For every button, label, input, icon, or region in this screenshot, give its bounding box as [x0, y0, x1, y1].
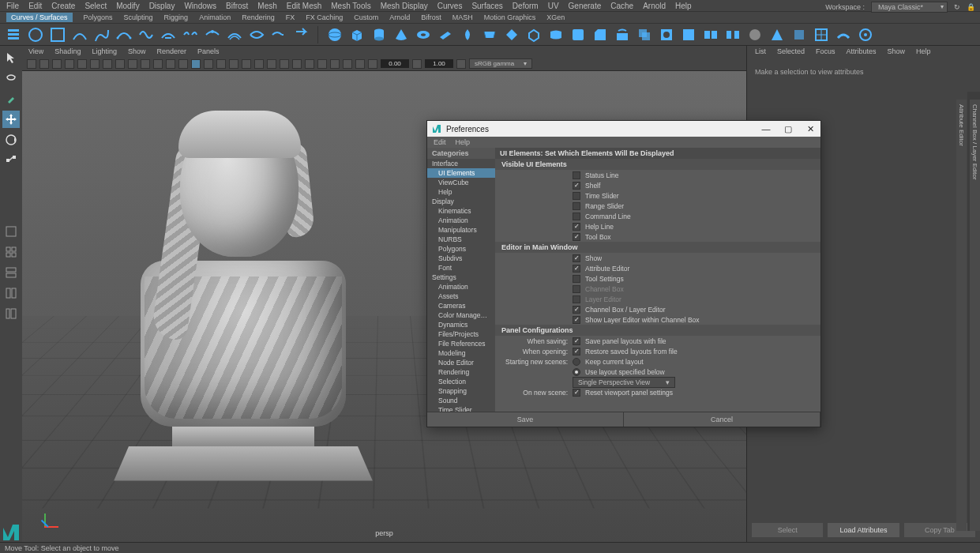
menu-windows[interactable]: Windows — [184, 2, 216, 10]
shelf-tab-rendering[interactable]: Rendering — [242, 13, 275, 21]
category-item[interactable]: Sound — [427, 396, 495, 405]
checkbox[interactable] — [573, 171, 580, 179]
checkbox[interactable] — [573, 233, 580, 241]
pt-icon[interactable] — [343, 59, 352, 69]
minimize-icon[interactable]: — — [760, 124, 772, 134]
checkbox[interactable] — [573, 265, 580, 273]
intersect-icon[interactable] — [636, 26, 653, 43]
shelf-tab-motiongraphics[interactable]: Motion Graphics — [484, 13, 536, 21]
untrim-icon[interactable] — [680, 26, 697, 43]
shelf-tab-rigging[interactable]: Rigging — [164, 13, 189, 21]
panel-menu-view[interactable]: View — [28, 47, 43, 55]
arc3pt-icon[interactable] — [115, 26, 133, 43]
sphere-icon[interactable] — [326, 26, 344, 43]
shelf-tab-arnold[interactable]: Arnold — [389, 13, 410, 21]
cancel-button[interactable]: Cancel — [624, 412, 820, 427]
side-tab-attreditor[interactable]: Attribute Editor — [956, 100, 967, 531]
pt-icon[interactable] — [115, 59, 125, 69]
shelf-menu-icon[interactable] — [5, 26, 22, 43]
checkbox[interactable] — [573, 213, 580, 220]
attr-menu-attributes[interactable]: Attributes — [847, 47, 877, 55]
cone-icon[interactable] — [392, 26, 410, 43]
pt-icon[interactable] — [456, 59, 466, 69]
pt-icon[interactable] — [103, 59, 112, 69]
menu-arnold[interactable]: Arnold — [643, 2, 666, 10]
select-tool[interactable] — [2, 49, 20, 66]
attr-menu-show[interactable]: Show — [888, 47, 906, 55]
save-button[interactable]: Save — [427, 412, 624, 427]
checkbox[interactable] — [573, 316, 580, 324]
checkbox[interactable] — [573, 202, 580, 210]
checkbox[interactable] — [573, 182, 580, 190]
insert-knot-icon[interactable] — [204, 26, 221, 43]
pt-icon[interactable] — [52, 59, 62, 69]
colorspace-dropdown[interactable]: sRGB gamma▾ — [469, 58, 532, 69]
dlg-menu-help[interactable]: Help — [456, 138, 471, 146]
menu-surfaces[interactable]: Surfaces — [471, 2, 502, 10]
keep-layout-radio[interactable] — [573, 358, 580, 366]
rotate-tool[interactable] — [2, 131, 20, 149]
shelf-tab-curves-surfaces[interactable]: Curves / Surfaces — [6, 13, 73, 22]
category-item[interactable]: Time Slider — [427, 405, 495, 412]
pt-icon-active[interactable] — [191, 59, 201, 69]
curve-icon[interactable] — [71, 26, 88, 43]
shelf-tab-xgen[interactable]: XGen — [546, 13, 565, 21]
dialog-titlebar[interactable]: Preferences — ▢ ✕ — [427, 121, 820, 137]
revolve-icon[interactable] — [459, 26, 476, 43]
pt-icon[interactable] — [292, 59, 302, 69]
detach-curve-icon[interactable] — [182, 26, 199, 43]
panel-menu-lighting[interactable]: Lighting — [92, 47, 117, 55]
menu-bifrost[interactable]: Bifrost — [226, 2, 248, 10]
category-item[interactable]: NURBS — [427, 235, 495, 244]
category-item[interactable]: Kinematics — [427, 206, 495, 216]
attr-menu-help[interactable]: Help — [916, 47, 931, 55]
category-item[interactable]: Polygons — [427, 244, 495, 254]
pt-icon[interactable] — [153, 59, 163, 69]
shelf-tab-bifrost[interactable]: Bifrost — [421, 13, 441, 21]
checkbox[interactable] — [573, 306, 580, 314]
category-item[interactable]: Assets — [427, 292, 495, 301]
dlg-menu-edit[interactable]: Edit — [434, 138, 446, 146]
attr-menu-selected[interactable]: Selected — [777, 47, 805, 55]
insert-iso-icon[interactable] — [768, 26, 786, 43]
pt-icon[interactable] — [412, 59, 422, 69]
category-item[interactable]: Snapping — [427, 386, 495, 396]
lasso-tool[interactable] — [2, 70, 20, 87]
pt-icon[interactable] — [178, 59, 188, 69]
extrude-icon[interactable] — [525, 26, 543, 43]
shelf-tab-fx[interactable]: FX — [286, 13, 295, 21]
category-item[interactable]: Settings — [427, 273, 495, 282]
extend-surf-icon[interactable] — [790, 26, 808, 43]
project-curve-icon[interactable] — [614, 26, 631, 43]
pt-icon[interactable] — [166, 59, 175, 69]
planar-icon[interactable] — [503, 26, 520, 43]
paint-select-tool[interactable] — [2, 90, 20, 107]
pt-icon[interactable] — [90, 59, 100, 69]
category-item[interactable]: Manipulators — [427, 225, 495, 235]
menu-curves[interactable]: Curves — [437, 2, 463, 10]
lock-icon[interactable]: 🔒 — [967, 3, 975, 11]
layout-two-h-icon[interactable] — [2, 264, 20, 281]
open-close-icon[interactable] — [746, 26, 764, 43]
layout-four-icon[interactable] — [2, 243, 20, 261]
pt-icon[interactable] — [280, 59, 289, 69]
close-icon[interactable]: ✕ — [805, 124, 816, 134]
use-layout-radio[interactable] — [573, 368, 580, 376]
checkbox[interactable] — [573, 275, 580, 283]
pt-icon[interactable] — [216, 59, 226, 69]
plane-icon[interactable] — [437, 26, 454, 43]
menu-modify[interactable]: Modify — [116, 2, 139, 10]
pt-icon[interactable] — [27, 59, 36, 69]
layout-two-v-icon[interactable] — [2, 284, 20, 302]
menu-generate[interactable]: Generate — [569, 2, 602, 10]
pt-icon[interactable] — [65, 59, 74, 69]
category-item[interactable]: Rendering — [427, 367, 495, 377]
panel-menu-shading[interactable]: Shading — [54, 47, 81, 55]
shelf-tab-sculpting[interactable]: Sculpting — [124, 13, 153, 21]
attach-curve-icon[interactable] — [160, 26, 177, 43]
bevel-icon[interactable] — [591, 26, 609, 43]
panel-menu-panels[interactable]: Panels — [197, 47, 220, 55]
birail-icon[interactable] — [547, 26, 565, 43]
reset-viewport-checkbox[interactable] — [573, 389, 580, 397]
pt-icon[interactable] — [355, 59, 365, 69]
